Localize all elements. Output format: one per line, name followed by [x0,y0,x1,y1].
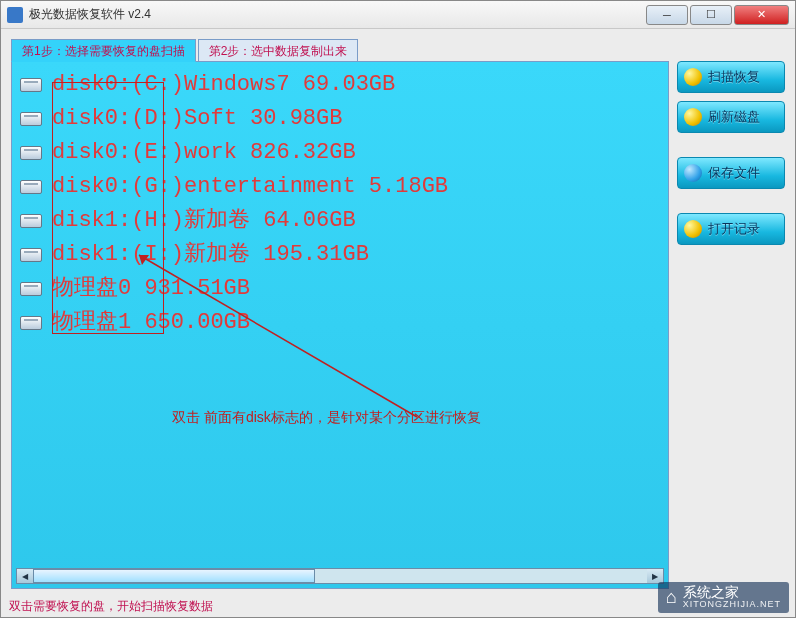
button-label: 保存文件 [708,164,760,182]
disk-icon [20,214,42,228]
refresh-icon [684,108,702,126]
disk-icon [20,316,42,330]
disk-text: disk0:(C:)Windows7 69.03GB [52,68,395,102]
watermark-text: 系统之家 XITONGZHIJIA.NET [683,585,781,610]
folder-icon [684,220,702,238]
window-controls: ─ ☐ ✕ [644,5,789,25]
window-title: 极光数据恢复软件 v2.4 [29,6,644,23]
disk-icon [20,146,42,160]
minimize-button[interactable]: ─ [646,5,688,25]
tabs-row: 第1步：选择需要恢复的盘扫描 第2步：选中数据复制出来 [11,39,669,61]
disk-text: disk0:(D:)Soft 30.98GB [52,102,342,136]
open-record-button[interactable]: 打开记录 [677,213,785,245]
disk-icon [20,112,42,126]
button-label: 打开记录 [708,220,760,238]
disk-list-panel: disk0:(C:)Windows7 69.03GB disk0:(D:)Sof… [11,61,669,589]
list-item[interactable]: disk1:(H:)新加卷 64.06GB [20,204,660,238]
list-item[interactable]: 物理盘0 931.51GB [20,272,660,306]
maximize-button[interactable]: ☐ [690,5,732,25]
scroll-track[interactable] [33,569,647,583]
disk-list: disk0:(C:)Windows7 69.03GB disk0:(D:)Sof… [12,62,668,340]
list-item[interactable]: disk0:(D:)Soft 30.98GB [20,102,660,136]
disk-icon [20,248,42,262]
disk-text: 物理盘1 650.00GB [52,306,250,340]
house-icon: ⌂ [666,588,677,606]
disk-text: 物理盘0 931.51GB [52,272,250,306]
titlebar: 极光数据恢复软件 v2.4 ─ ☐ ✕ [1,1,795,29]
refresh-disk-button[interactable]: 刷新磁盘 [677,101,785,133]
button-label: 刷新磁盘 [708,108,760,126]
list-item[interactable]: disk1:(I:)新加卷 195.31GB [20,238,660,272]
disk-icon [20,282,42,296]
disk-text: disk1:(H:)新加卷 64.06GB [52,204,356,238]
disk-text: disk1:(I:)新加卷 195.31GB [52,238,369,272]
list-item[interactable]: disk0:(E:)work 826.32GB [20,136,660,170]
tab-step-2[interactable]: 第2步：选中数据复制出来 [198,39,359,61]
disk-icon [20,78,42,92]
tab-label: 第2步：选中数据复制出来 [209,44,348,58]
disk-text: disk0:(E:)work 826.32GB [52,136,356,170]
list-item[interactable]: disk0:(G:)entertainment 5.18GB [20,170,660,204]
watermark: ⌂ 系统之家 XITONGZHIJIA.NET [658,582,789,613]
magnifier-icon [684,68,702,86]
annotation-text: 双击 前面有disk标志的，是针对某个分区进行恢复 [172,400,481,434]
save-icon [684,164,702,182]
horizontal-scrollbar[interactable]: ◀ ▶ [16,568,664,584]
list-item[interactable]: 物理盘1 650.00GB [20,306,660,340]
save-file-button[interactable]: 保存文件 [677,157,785,189]
button-label: 扫描恢复 [708,68,760,86]
watermark-sub: XITONGZHIJIA.NET [683,600,781,610]
disk-icon [20,180,42,194]
scroll-thumb[interactable] [33,569,315,583]
app-icon [7,7,23,23]
scroll-left-button[interactable]: ◀ [17,569,33,583]
content-area: 第1步：选择需要恢复的盘扫描 第2步：选中数据复制出来 disk0:(C:)Wi… [1,29,795,599]
scan-recover-button[interactable]: 扫描恢复 [677,61,785,93]
list-item[interactable]: disk0:(C:)Windows7 69.03GB [20,68,660,102]
scroll-right-button[interactable]: ▶ [647,569,663,583]
tab-step-1[interactable]: 第1步：选择需要恢复的盘扫描 [11,39,196,62]
main-panel: 第1步：选择需要恢复的盘扫描 第2步：选中数据复制出来 disk0:(C:)Wi… [11,39,669,589]
side-panel: 扫描恢复 刷新磁盘 保存文件 打开记录 [677,39,785,589]
watermark-main: 系统之家 [683,585,781,600]
disk-text: disk0:(G:)entertainment 5.18GB [52,170,448,204]
status-bar-text: 双击需要恢复的盘，开始扫描恢复数据 [9,598,213,615]
close-button[interactable]: ✕ [734,5,789,25]
tab-label: 第1步：选择需要恢复的盘扫描 [22,44,185,58]
